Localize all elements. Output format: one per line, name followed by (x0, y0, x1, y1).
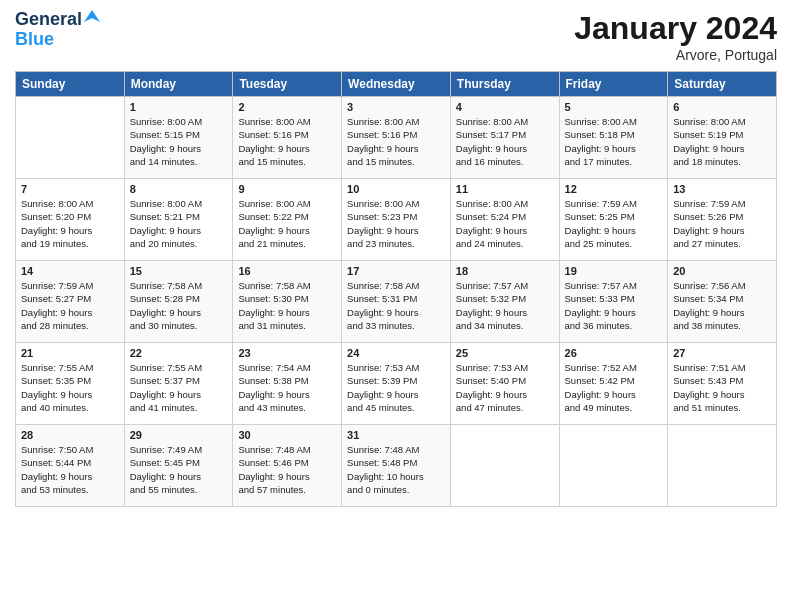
day-number: 11 (456, 183, 554, 195)
day-cell-10: 10Sunrise: 8:00 AM Sunset: 5:23 PM Dayli… (342, 179, 451, 261)
day-info: Sunrise: 8:00 AM Sunset: 5:17 PM Dayligh… (456, 115, 554, 168)
day-number: 25 (456, 347, 554, 359)
day-cell-20: 20Sunrise: 7:56 AM Sunset: 5:34 PM Dayli… (668, 261, 777, 343)
svg-marker-0 (84, 10, 100, 22)
day-info: Sunrise: 7:57 AM Sunset: 5:32 PM Dayligh… (456, 279, 554, 332)
day-info: Sunrise: 7:48 AM Sunset: 5:48 PM Dayligh… (347, 443, 445, 496)
day-number: 5 (565, 101, 663, 113)
day-info: Sunrise: 7:55 AM Sunset: 5:37 PM Dayligh… (130, 361, 228, 414)
day-number: 22 (130, 347, 228, 359)
day-number: 14 (21, 265, 119, 277)
week-row-5: 28Sunrise: 7:50 AM Sunset: 5:44 PM Dayli… (16, 425, 777, 507)
day-cell-16: 16Sunrise: 7:58 AM Sunset: 5:30 PM Dayli… (233, 261, 342, 343)
day-number: 4 (456, 101, 554, 113)
day-number: 31 (347, 429, 445, 441)
day-number: 10 (347, 183, 445, 195)
page-header: General Blue January 2024 Arvore, Portug… (15, 10, 777, 63)
header-cell-sunday: Sunday (16, 72, 125, 97)
day-cell-30: 30Sunrise: 7:48 AM Sunset: 5:46 PM Dayli… (233, 425, 342, 507)
day-info: Sunrise: 7:48 AM Sunset: 5:46 PM Dayligh… (238, 443, 336, 496)
day-number: 6 (673, 101, 771, 113)
day-cell-6: 6Sunrise: 8:00 AM Sunset: 5:19 PM Daylig… (668, 97, 777, 179)
day-cell-22: 22Sunrise: 7:55 AM Sunset: 5:37 PM Dayli… (124, 343, 233, 425)
day-cell-27: 27Sunrise: 7:51 AM Sunset: 5:43 PM Dayli… (668, 343, 777, 425)
day-cell-31: 31Sunrise: 7:48 AM Sunset: 5:48 PM Dayli… (342, 425, 451, 507)
day-number: 20 (673, 265, 771, 277)
day-cell-19: 19Sunrise: 7:57 AM Sunset: 5:33 PM Dayli… (559, 261, 668, 343)
day-number: 1 (130, 101, 228, 113)
logo-bird-icon (84, 10, 100, 26)
day-number: 21 (21, 347, 119, 359)
empty-cell (559, 425, 668, 507)
day-cell-25: 25Sunrise: 7:53 AM Sunset: 5:40 PM Dayli… (450, 343, 559, 425)
day-info: Sunrise: 7:51 AM Sunset: 5:43 PM Dayligh… (673, 361, 771, 414)
day-cell-9: 9Sunrise: 8:00 AM Sunset: 5:22 PM Daylig… (233, 179, 342, 261)
day-cell-5: 5Sunrise: 8:00 AM Sunset: 5:18 PM Daylig… (559, 97, 668, 179)
day-number: 27 (673, 347, 771, 359)
header-cell-tuesday: Tuesday (233, 72, 342, 97)
month-title: January 2024 (574, 10, 777, 47)
day-info: Sunrise: 8:00 AM Sunset: 5:23 PM Dayligh… (347, 197, 445, 250)
day-info: Sunrise: 7:58 AM Sunset: 5:28 PM Dayligh… (130, 279, 228, 332)
day-cell-24: 24Sunrise: 7:53 AM Sunset: 5:39 PM Dayli… (342, 343, 451, 425)
header-cell-friday: Friday (559, 72, 668, 97)
week-row-4: 21Sunrise: 7:55 AM Sunset: 5:35 PM Dayli… (16, 343, 777, 425)
day-cell-28: 28Sunrise: 7:50 AM Sunset: 5:44 PM Dayli… (16, 425, 125, 507)
day-cell-14: 14Sunrise: 7:59 AM Sunset: 5:27 PM Dayli… (16, 261, 125, 343)
day-info: Sunrise: 8:00 AM Sunset: 5:22 PM Dayligh… (238, 197, 336, 250)
day-info: Sunrise: 7:49 AM Sunset: 5:45 PM Dayligh… (130, 443, 228, 496)
day-info: Sunrise: 7:59 AM Sunset: 5:26 PM Dayligh… (673, 197, 771, 250)
day-info: Sunrise: 7:52 AM Sunset: 5:42 PM Dayligh… (565, 361, 663, 414)
day-info: Sunrise: 8:00 AM Sunset: 5:21 PM Dayligh… (130, 197, 228, 250)
day-info: Sunrise: 7:56 AM Sunset: 5:34 PM Dayligh… (673, 279, 771, 332)
day-info: Sunrise: 8:00 AM Sunset: 5:15 PM Dayligh… (130, 115, 228, 168)
header-row: SundayMondayTuesdayWednesdayThursdayFrid… (16, 72, 777, 97)
day-cell-15: 15Sunrise: 7:58 AM Sunset: 5:28 PM Dayli… (124, 261, 233, 343)
week-row-1: 1Sunrise: 8:00 AM Sunset: 5:15 PM Daylig… (16, 97, 777, 179)
location-subtitle: Arvore, Portugal (574, 47, 777, 63)
day-number: 8 (130, 183, 228, 195)
day-info: Sunrise: 7:59 AM Sunset: 5:27 PM Dayligh… (21, 279, 119, 332)
day-info: Sunrise: 8:00 AM Sunset: 5:16 PM Dayligh… (347, 115, 445, 168)
day-number: 2 (238, 101, 336, 113)
day-number: 18 (456, 265, 554, 277)
day-cell-12: 12Sunrise: 7:59 AM Sunset: 5:25 PM Dayli… (559, 179, 668, 261)
header-cell-monday: Monday (124, 72, 233, 97)
day-number: 19 (565, 265, 663, 277)
day-info: Sunrise: 8:00 AM Sunset: 5:19 PM Dayligh… (673, 115, 771, 168)
day-cell-7: 7Sunrise: 8:00 AM Sunset: 5:20 PM Daylig… (16, 179, 125, 261)
header-cell-saturday: Saturday (668, 72, 777, 97)
logo-general: General (15, 10, 82, 30)
day-cell-2: 2Sunrise: 8:00 AM Sunset: 5:16 PM Daylig… (233, 97, 342, 179)
day-info: Sunrise: 7:57 AM Sunset: 5:33 PM Dayligh… (565, 279, 663, 332)
day-number: 24 (347, 347, 445, 359)
day-cell-17: 17Sunrise: 7:58 AM Sunset: 5:31 PM Dayli… (342, 261, 451, 343)
day-info: Sunrise: 7:58 AM Sunset: 5:31 PM Dayligh… (347, 279, 445, 332)
day-number: 17 (347, 265, 445, 277)
empty-cell (450, 425, 559, 507)
day-cell-21: 21Sunrise: 7:55 AM Sunset: 5:35 PM Dayli… (16, 343, 125, 425)
day-cell-13: 13Sunrise: 7:59 AM Sunset: 5:26 PM Dayli… (668, 179, 777, 261)
day-number: 12 (565, 183, 663, 195)
day-info: Sunrise: 8:00 AM Sunset: 5:24 PM Dayligh… (456, 197, 554, 250)
day-number: 28 (21, 429, 119, 441)
week-row-3: 14Sunrise: 7:59 AM Sunset: 5:27 PM Dayli… (16, 261, 777, 343)
day-cell-4: 4Sunrise: 8:00 AM Sunset: 5:17 PM Daylig… (450, 97, 559, 179)
day-number: 16 (238, 265, 336, 277)
day-number: 3 (347, 101, 445, 113)
page-container: General Blue January 2024 Arvore, Portug… (0, 0, 792, 517)
header-cell-wednesday: Wednesday (342, 72, 451, 97)
day-number: 26 (565, 347, 663, 359)
day-number: 23 (238, 347, 336, 359)
day-cell-11: 11Sunrise: 8:00 AM Sunset: 5:24 PM Dayli… (450, 179, 559, 261)
day-cell-18: 18Sunrise: 7:57 AM Sunset: 5:32 PM Dayli… (450, 261, 559, 343)
week-row-2: 7Sunrise: 8:00 AM Sunset: 5:20 PM Daylig… (16, 179, 777, 261)
day-cell-23: 23Sunrise: 7:54 AM Sunset: 5:38 PM Dayli… (233, 343, 342, 425)
day-cell-1: 1Sunrise: 8:00 AM Sunset: 5:15 PM Daylig… (124, 97, 233, 179)
day-info: Sunrise: 7:50 AM Sunset: 5:44 PM Dayligh… (21, 443, 119, 496)
title-block: January 2024 Arvore, Portugal (574, 10, 777, 63)
day-cell-29: 29Sunrise: 7:49 AM Sunset: 5:45 PM Dayli… (124, 425, 233, 507)
day-info: Sunrise: 7:55 AM Sunset: 5:35 PM Dayligh… (21, 361, 119, 414)
logo: General Blue (15, 10, 100, 50)
day-cell-26: 26Sunrise: 7:52 AM Sunset: 5:42 PM Dayli… (559, 343, 668, 425)
